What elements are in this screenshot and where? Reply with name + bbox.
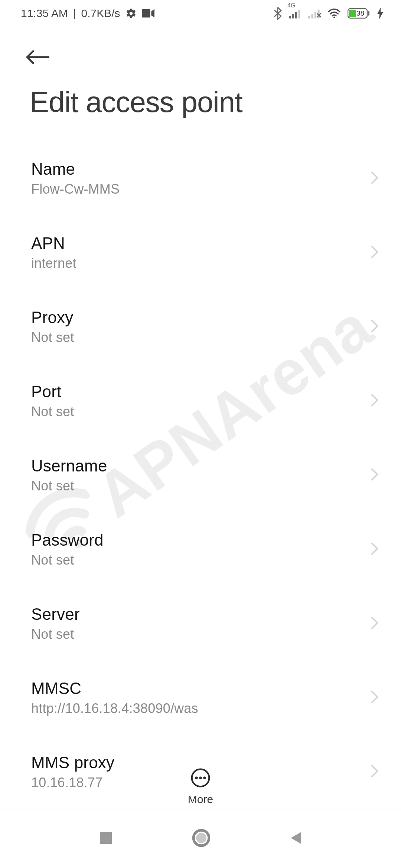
square-icon	[98, 831, 113, 845]
svg-rect-1	[289, 16, 291, 19]
signal-sim2-icon	[308, 8, 321, 19]
svg-rect-11	[349, 10, 356, 17]
chevron-right-icon	[371, 393, 379, 409]
wifi-icon	[327, 8, 341, 19]
triangle-left-icon	[289, 831, 303, 845]
item-name[interactable]: Name Flow-Cw-MMS	[0, 141, 401, 216]
item-label: Server	[31, 605, 363, 624]
svg-rect-3	[295, 12, 297, 19]
status-bar-left: 11:35 AM | 0.7KB/s	[21, 7, 154, 20]
item-value: Flow-Cw-MMS	[31, 181, 363, 197]
system-nav-bar	[0, 809, 401, 868]
item-label: Port	[31, 382, 363, 401]
item-username[interactable]: Username Not set	[0, 438, 401, 512]
svg-rect-2	[292, 14, 294, 19]
item-value: Not set	[31, 478, 363, 494]
item-proxy[interactable]: Proxy Not set	[0, 290, 401, 364]
chevron-right-icon	[371, 616, 379, 631]
svg-point-16	[199, 776, 202, 779]
item-value: Not set	[31, 404, 363, 420]
back-button[interactable]	[26, 60, 50, 66]
signal-sim1-icon: 4G	[289, 8, 301, 19]
chevron-right-icon	[371, 690, 379, 706]
header-bar	[0, 27, 401, 82]
status-separator: |	[73, 7, 76, 20]
svg-rect-12	[368, 11, 369, 16]
svg-rect-0	[142, 9, 150, 18]
svg-point-15	[195, 776, 198, 779]
item-label: Password	[31, 531, 363, 549]
gear-icon	[125, 8, 137, 19]
item-port[interactable]: Port Not set	[0, 364, 401, 438]
item-value: Not set	[31, 330, 363, 345]
charging-icon	[377, 7, 383, 19]
chevron-right-icon	[371, 171, 379, 186]
item-mmsc[interactable]: MMSC http://10.16.18.4:38090/was	[0, 661, 401, 735]
item-value: internet	[31, 256, 363, 271]
item-label: Username	[31, 457, 363, 475]
svg-point-9	[333, 16, 335, 18]
status-bar: 11:35 AM | 0.7KB/s 4G 38	[0, 0, 401, 27]
more-button[interactable]	[190, 768, 211, 789]
item-value: Not set	[31, 552, 363, 568]
item-apn[interactable]: APN internet	[0, 216, 401, 290]
item-label: Proxy	[31, 308, 363, 327]
settings-list: Name Flow-Cw-MMS APN internet Proxy Not …	[0, 141, 401, 809]
arrow-left-icon	[26, 49, 50, 65]
svg-point-17	[203, 776, 206, 779]
status-net-rate: 0.7KB/s	[81, 7, 120, 20]
network-type-label: 4G	[287, 2, 295, 9]
video-icon	[142, 9, 154, 18]
chevron-right-icon	[371, 467, 379, 483]
item-password[interactable]: Password Not set	[0, 512, 401, 586]
svg-rect-6	[312, 14, 313, 19]
status-bar-right: 4G 38	[273, 7, 383, 20]
svg-point-20	[196, 833, 206, 843]
chevron-right-icon	[371, 245, 379, 260]
item-label: APN	[31, 234, 363, 253]
battery-percentage: 38	[356, 9, 364, 17]
chevron-right-icon	[371, 319, 379, 335]
circle-icon	[192, 828, 211, 848]
nav-home-button[interactable]	[192, 828, 211, 849]
svg-rect-4	[299, 10, 300, 19]
bluetooth-icon	[273, 7, 282, 20]
battery-icon: 38	[348, 7, 371, 19]
svg-rect-18	[100, 832, 112, 844]
chevron-right-icon	[371, 542, 379, 557]
nav-back-button[interactable]	[289, 831, 303, 847]
nav-recent-button[interactable]	[98, 831, 113, 847]
item-label: MMSC	[31, 679, 363, 698]
item-label: Name	[31, 160, 363, 178]
svg-rect-7	[314, 12, 316, 19]
svg-rect-5	[308, 16, 310, 19]
bottom-actions: More	[0, 768, 401, 806]
status-time: 11:35 AM	[21, 7, 68, 20]
page-title: Edit access point	[0, 82, 401, 141]
more-icon	[190, 768, 211, 788]
more-label: More	[188, 793, 213, 806]
item-value: http://10.16.18.4:38090/was	[31, 701, 363, 716]
item-value: Not set	[31, 627, 363, 642]
item-server[interactable]: Server Not set	[0, 586, 401, 661]
